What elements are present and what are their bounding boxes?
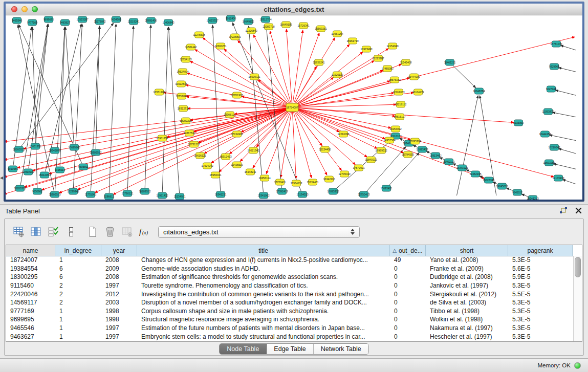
graph-edge[interactable] [389, 153, 419, 186]
graph-edge[interactable] [292, 111, 296, 179]
graph-edge[interactable] [295, 52, 363, 105]
graph-node[interactable]: 17134906 [231, 131, 243, 137]
graph-node[interactable]: 9227349 [546, 86, 556, 92]
table-cell[interactable]: 0 [390, 316, 426, 323]
graph-node[interactable]: 15026341 [483, 177, 494, 183]
graph-node[interactable]: 15093421 [380, 185, 392, 191]
west-panel-collapse-icon[interactable]: ◀ [0, 176, 3, 180]
table-cell[interactable]: 0 [390, 308, 426, 315]
graph-edge[interactable] [559, 68, 576, 72]
table-cell[interactable]: 9115460 [6, 282, 55, 289]
graph-node[interactable]: 19245012 [496, 183, 508, 189]
graph-node[interactable]: 10022515 [175, 81, 187, 87]
graph-node[interactable]: 16099721 [248, 74, 260, 80]
graph-node[interactable]: 19961264 [331, 31, 343, 37]
close-window-icon[interactable] [11, 6, 17, 12]
graph-edge[interactable] [296, 108, 554, 177]
graph-node[interactable]: 17253411 [274, 179, 286, 185]
graph-node[interactable]: 17226801 [229, 34, 241, 40]
graph-node[interactable]: 16616121 [194, 152, 206, 159]
table-cell[interactable]: 49 [390, 256, 426, 264]
table-cell[interactable]: Tibbo et al. (1998) [426, 308, 508, 315]
table-cell[interactable]: 1 [55, 316, 101, 323]
table-cell[interactable]: Stergiakouli et al. (2012) [426, 291, 508, 298]
graph-node[interactable]: 11581442 [185, 44, 197, 50]
graph-node[interactable]: 9463627 [60, 19, 70, 26]
table-cell[interactable]: 6 [55, 273, 101, 280]
table-cell[interactable]: 5.3E-5 [508, 282, 573, 289]
column-header-name[interactable]: name [6, 245, 55, 256]
table-cell[interactable]: 0 [390, 273, 426, 280]
graph-node[interactable]: 18312704 [259, 16, 271, 23]
table-cell[interactable]: 2 [55, 299, 101, 306]
delete-column-icon[interactable] [103, 224, 117, 239]
graph-node[interactable]: 12216095 [337, 131, 349, 137]
graph-edge[interactable] [127, 26, 133, 190]
graph-edge[interactable] [249, 26, 264, 192]
close-panel-icon[interactable] [575, 207, 582, 216]
graph-edge[interactable] [266, 111, 291, 174]
graph-node[interactable]: 16551304 [153, 89, 165, 95]
table-vertical-scrollbar[interactable] [573, 256, 582, 341]
deselect-rows-icon[interactable] [64, 224, 78, 239]
graph-node[interactable]: 15012053 [38, 172, 50, 178]
zoom-window-icon[interactable] [32, 6, 38, 12]
graph-node[interactable]: 15095324 [409, 138, 421, 144]
graph-edge[interactable] [6, 108, 289, 160]
graph-node[interactable]: 10790121 [121, 190, 133, 196]
table-row[interactable]: 2242004622012Investigating the contribut… [6, 290, 574, 298]
graph-edge[interactable] [169, 27, 180, 193]
graph-node[interactable]: 9605811 [78, 164, 89, 170]
graph-edge[interactable] [32, 27, 37, 188]
table-cell[interactable]: 9463627 [6, 333, 55, 340]
graph-node[interactable]: 16210643 [548, 144, 560, 150]
table-cell[interactable]: Jankovic et al. (1997) [426, 282, 508, 289]
table-cell[interactable]: 0 [390, 299, 426, 306]
graph-node[interactable]: 15693251 [543, 160, 555, 166]
table-cell[interactable]: Yano et al. (2008) [426, 256, 508, 264]
graph-edge[interactable] [195, 50, 289, 106]
scrollbar-thumb[interactable] [575, 257, 581, 277]
graph-node[interactable]: 16164279 [412, 89, 424, 95]
graph-node[interactable]: 14616127 [394, 114, 405, 120]
graph-node[interactable]: 12213987 [372, 55, 384, 61]
graph-node[interactable]: 11731062 [85, 191, 97, 198]
graph-node[interactable]: 10462113 [443, 159, 455, 165]
graph-edge[interactable] [293, 111, 312, 178]
network-window[interactable]: citations_edges.txt 94655469777169969969… [4, 2, 584, 202]
graph-edge[interactable] [561, 46, 576, 50]
graph-node[interactable]: 13906121 [224, 112, 235, 118]
table-cell[interactable]: Nakamura et al. (1997) [426, 324, 508, 332]
table-cell[interactable]: 22420046 [6, 291, 55, 298]
table-cell[interactable]: 6 [55, 265, 101, 272]
graph-node[interactable]: 15699245 [68, 144, 80, 150]
graph-edge[interactable] [21, 23, 113, 146]
show-columns-icon[interactable] [29, 224, 43, 239]
table-cell[interactable]: 5.5E-5 [508, 291, 573, 298]
graph-node[interactable]: 10553287 [76, 16, 88, 23]
graph-node[interactable]: 15134456 [319, 146, 331, 152]
graph-node[interactable]: 15849312 [365, 157, 377, 163]
table-cell[interactable]: 19384554 [6, 265, 55, 272]
graph-edge[interactable] [554, 164, 576, 169]
graph-edge[interactable] [294, 111, 327, 175]
graph-node[interactable]: 12851907 [231, 92, 243, 98]
table-cell[interactable]: Structural magnetic resonance image aver… [137, 316, 390, 323]
graph-node[interactable]: 12754123 [180, 56, 191, 62]
graph-node[interactable]: 17092413 [276, 188, 288, 194]
graph-node[interactable]: 16961719 [346, 38, 358, 44]
graph-node[interactable]: 12226843 [245, 28, 257, 34]
table-cell[interactable]: 2003 [101, 299, 137, 306]
graph-node[interactable]: 10794555 [402, 151, 413, 158]
graph-node[interactable]: 12462195 [469, 171, 481, 177]
table-row[interactable]: 1872400712008Changes of HCN gene express… [6, 256, 574, 265]
graph-node[interactable]: 14524094 [177, 69, 188, 75]
graph-node[interactable]: 9245012 [512, 189, 522, 195]
graph-node[interactable]: 16461211 [444, 59, 456, 65]
graph-edge[interactable] [113, 109, 289, 194]
graph-node[interactable]: 12275618 [193, 32, 205, 38]
new-column-icon[interactable] [85, 224, 100, 239]
table-cell[interactable]: 1 [55, 324, 101, 332]
graph-node[interactable]: 20260515 [13, 146, 25, 152]
graph-edge[interactable] [188, 107, 289, 108]
